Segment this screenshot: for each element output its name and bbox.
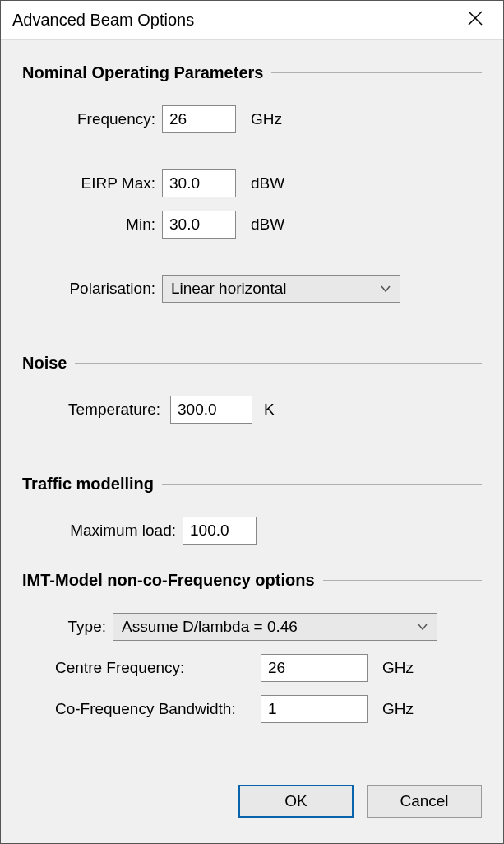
group-imt-model: IMT-Model non-co-Frequency options: [22, 571, 482, 590]
group-heading: IMT-Model non-co-Frequency options: [22, 571, 315, 590]
eirp-min-unit: dBW: [251, 216, 284, 234]
group-noise: Noise: [22, 354, 482, 373]
close-icon: [468, 11, 483, 30]
co-frequency-bandwidth-input[interactable]: [261, 695, 368, 723]
row-temperature: Temperature: K: [22, 396, 482, 424]
polarisation-label: Polarisation:: [22, 280, 162, 298]
ok-button-label: OK: [284, 792, 307, 810]
content-area: Nominal Operating Parameters Frequency: …: [1, 40, 503, 774]
row-polarisation: Polarisation: Linear horizontal: [22, 275, 482, 303]
imt-type-select[interactable]: Assume D/lambda = 0.46: [113, 613, 437, 641]
frequency-input[interactable]: [162, 105, 236, 133]
maximum-load-label: Maximum load:: [22, 522, 183, 540]
titlebar: Advanced Beam Options: [1, 1, 503, 40]
divider: [162, 484, 482, 485]
group-nominal-operating-parameters: Nominal Operating Parameters: [22, 63, 482, 82]
divider: [75, 363, 482, 364]
frequency-label: Frequency:: [22, 110, 162, 128]
group-heading: Traffic modelling: [22, 475, 154, 494]
chevron-down-icon: [417, 621, 428, 633]
centre-frequency-unit: GHz: [382, 659, 414, 677]
maximum-load-input[interactable]: [183, 517, 257, 545]
temperature-label: Temperature:: [22, 401, 170, 419]
dialog-window: Advanced Beam Options Nominal Operating …: [0, 0, 504, 844]
row-eirp-min: Min: dBW: [22, 211, 482, 239]
group-heading: Noise: [22, 354, 67, 373]
ok-button[interactable]: OK: [238, 785, 354, 818]
row-frequency: Frequency: GHz: [22, 105, 482, 133]
eirp-max-label: EIRP Max:: [22, 174, 162, 192]
centre-frequency-label: Centre Frequency:: [22, 659, 261, 677]
row-eirp-max: EIRP Max: dBW: [22, 169, 482, 197]
group-heading: Nominal Operating Parameters: [22, 63, 263, 82]
cancel-button-label: Cancel: [400, 792, 448, 810]
divider: [271, 72, 482, 73]
row-centre-frequency: Centre Frequency: GHz: [22, 654, 482, 682]
row-imt-type: Type: Assume D/lambda = 0.46: [22, 613, 482, 641]
eirp-max-input[interactable]: [162, 169, 236, 197]
polarisation-select[interactable]: Linear horizontal: [162, 275, 400, 303]
row-maximum-load: Maximum load:: [22, 517, 482, 545]
close-button[interactable]: [459, 4, 492, 37]
centre-frequency-input[interactable]: [261, 654, 368, 682]
polarisation-value: Linear horizontal: [171, 280, 373, 298]
group-traffic-modelling: Traffic modelling: [22, 475, 482, 494]
co-frequency-bandwidth-unit: GHz: [382, 700, 414, 718]
button-row: OK Cancel: [1, 774, 503, 843]
temperature-input[interactable]: [170, 396, 252, 424]
chevron-down-icon: [380, 283, 391, 294]
imt-type-value: Assume D/lambda = 0.46: [122, 618, 410, 636]
temperature-unit: K: [264, 401, 275, 419]
eirp-min-label: Min:: [22, 216, 162, 234]
imt-type-label: Type:: [22, 618, 113, 636]
window-title: Advanced Beam Options: [12, 11, 459, 30]
co-frequency-bandwidth-label: Co-Frequency Bandwidth:: [22, 700, 261, 718]
eirp-min-input[interactable]: [162, 211, 236, 239]
eirp-max-unit: dBW: [251, 174, 284, 192]
row-co-frequency-bandwidth: Co-Frequency Bandwidth: GHz: [22, 695, 482, 723]
cancel-button[interactable]: Cancel: [367, 785, 482, 818]
divider: [323, 580, 482, 581]
frequency-unit: GHz: [251, 110, 282, 128]
